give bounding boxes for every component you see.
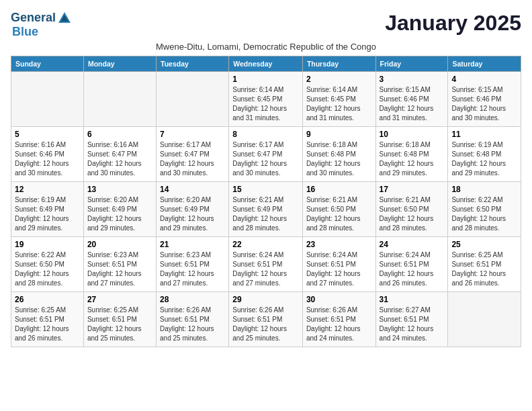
day-number: 27 [87,295,152,304]
day-info: Sunrise: 6:25 AM Sunset: 6:51 PM Dayligh… [451,250,517,288]
day-info: Sunrise: 6:24 AM Sunset: 6:51 PM Dayligh… [306,250,372,288]
calendar-cell [83,71,156,126]
weekday-header-monday: Monday [83,56,156,71]
calendar-cell: 29Sunrise: 6:26 AM Sunset: 6:51 PM Dayli… [229,291,303,347]
day-number: 9 [306,130,372,139]
day-number: 22 [232,240,299,249]
day-info: Sunrise: 6:16 AM Sunset: 6:46 PM Dayligh… [15,140,80,178]
day-number: 15 [232,185,299,194]
day-info: Sunrise: 6:26 AM Sunset: 6:51 PM Dayligh… [160,306,225,343]
page-header: General Blue January 2025 [11,11,521,39]
day-info: Sunrise: 6:21 AM Sunset: 6:50 PM Dayligh… [380,195,445,233]
day-number: 14 [160,185,225,194]
day-info: Sunrise: 6:17 AM Sunset: 6:47 PM Dayligh… [232,140,299,178]
day-info: Sunrise: 6:26 AM Sunset: 6:51 PM Dayligh… [232,306,299,343]
calendar-cell: 4Sunrise: 6:15 AM Sunset: 6:46 PM Daylig… [448,71,521,126]
day-info: Sunrise: 6:27 AM Sunset: 6:51 PM Dayligh… [380,306,445,343]
day-info: Sunrise: 6:20 AM Sunset: 6:49 PM Dayligh… [160,195,225,233]
logo: General Blue [11,11,72,39]
calendar-cell: 5Sunrise: 6:16 AM Sunset: 6:46 PM Daylig… [11,126,84,181]
day-number: 26 [15,295,80,304]
day-number: 6 [87,130,152,139]
calendar-cell: 21Sunrise: 6:23 AM Sunset: 6:51 PM Dayli… [157,236,229,291]
day-number: 29 [232,295,299,304]
calendar-cell: 20Sunrise: 6:23 AM Sunset: 6:51 PM Dayli… [83,236,156,291]
day-info: Sunrise: 6:15 AM Sunset: 6:46 PM Dayligh… [451,85,517,123]
day-number: 28 [160,295,225,304]
day-number: 31 [380,295,445,304]
logo-text: General [11,11,72,26]
day-info: Sunrise: 6:26 AM Sunset: 6:51 PM Dayligh… [306,306,372,343]
calendar-cell: 26Sunrise: 6:25 AM Sunset: 6:51 PM Dayli… [11,291,84,347]
day-info: Sunrise: 6:25 AM Sunset: 6:51 PM Dayligh… [87,306,152,343]
day-info: Sunrise: 6:21 AM Sunset: 6:49 PM Dayligh… [232,195,299,233]
title-block: January 2025 [385,11,521,36]
week-row-4: 19Sunrise: 6:22 AM Sunset: 6:50 PM Dayli… [11,236,521,291]
calendar-cell: 11Sunrise: 6:19 AM Sunset: 6:48 PM Dayli… [448,126,521,181]
day-info: Sunrise: 6:21 AM Sunset: 6:50 PM Dayligh… [306,195,372,233]
day-number: 1 [232,75,299,84]
calendar-cell: 17Sunrise: 6:21 AM Sunset: 6:50 PM Dayli… [375,181,448,236]
week-row-3: 12Sunrise: 6:19 AM Sunset: 6:49 PM Dayli… [11,181,521,236]
calendar-cell: 24Sunrise: 6:24 AM Sunset: 6:51 PM Dayli… [375,236,448,291]
location-subtitle: Mwene-Ditu, Lomami, Democratic Republic … [11,42,521,52]
day-info: Sunrise: 6:18 AM Sunset: 6:48 PM Dayligh… [380,140,445,178]
calendar-cell: 2Sunrise: 6:14 AM Sunset: 6:45 PM Daylig… [302,71,375,126]
day-number: 20 [87,240,152,249]
week-row-2: 5Sunrise: 6:16 AM Sunset: 6:46 PM Daylig… [11,126,521,181]
weekday-header-row: SundayMondayTuesdayWednesdayThursdayFrid… [11,56,521,71]
calendar-cell: 19Sunrise: 6:22 AM Sunset: 6:50 PM Dayli… [11,236,84,291]
day-info: Sunrise: 6:22 AM Sunset: 6:50 PM Dayligh… [15,250,80,288]
calendar-body: 1Sunrise: 6:14 AM Sunset: 6:45 PM Daylig… [11,71,521,347]
day-info: Sunrise: 6:17 AM Sunset: 6:47 PM Dayligh… [160,140,225,178]
day-number: 17 [380,185,445,194]
day-number: 8 [232,130,299,139]
weekday-header-thursday: Thursday [302,56,375,71]
day-info: Sunrise: 6:14 AM Sunset: 6:45 PM Dayligh… [306,85,372,123]
calendar-cell: 25Sunrise: 6:25 AM Sunset: 6:51 PM Dayli… [448,236,521,291]
day-number: 3 [380,75,445,84]
calendar-cell: 12Sunrise: 6:19 AM Sunset: 6:49 PM Dayli… [11,181,84,236]
calendar-cell: 22Sunrise: 6:24 AM Sunset: 6:51 PM Dayli… [229,236,303,291]
day-number: 2 [306,75,372,84]
calendar-cell: 15Sunrise: 6:21 AM Sunset: 6:49 PM Dayli… [229,181,303,236]
calendar-cell: 13Sunrise: 6:20 AM Sunset: 6:49 PM Dayli… [83,181,156,236]
day-number: 30 [306,295,372,304]
calendar-cell: 7Sunrise: 6:17 AM Sunset: 6:47 PM Daylig… [157,126,229,181]
calendar-cell: 23Sunrise: 6:24 AM Sunset: 6:51 PM Dayli… [302,236,375,291]
month-title: January 2025 [385,11,521,36]
calendar-cell: 9Sunrise: 6:18 AM Sunset: 6:48 PM Daylig… [302,126,375,181]
day-info: Sunrise: 6:18 AM Sunset: 6:48 PM Dayligh… [306,140,372,178]
calendar-cell: 30Sunrise: 6:26 AM Sunset: 6:51 PM Dayli… [302,291,375,347]
day-info: Sunrise: 6:14 AM Sunset: 6:45 PM Dayligh… [232,85,299,123]
weekday-header-tuesday: Tuesday [157,56,229,71]
day-info: Sunrise: 6:19 AM Sunset: 6:48 PM Dayligh… [451,140,517,178]
day-number: 18 [451,185,517,194]
day-number: 16 [306,185,372,194]
day-number: 23 [306,240,372,249]
calendar-cell: 31Sunrise: 6:27 AM Sunset: 6:51 PM Dayli… [375,291,448,347]
calendar-cell: 3Sunrise: 6:15 AM Sunset: 6:46 PM Daylig… [375,71,448,126]
day-info: Sunrise: 6:16 AM Sunset: 6:47 PM Dayligh… [87,140,152,178]
day-info: Sunrise: 6:23 AM Sunset: 6:51 PM Dayligh… [87,250,152,288]
day-number: 25 [451,240,517,249]
day-number: 4 [451,75,517,84]
weekday-header-wednesday: Wednesday [229,56,303,71]
calendar-cell [157,71,229,126]
day-number: 19 [15,240,80,249]
day-info: Sunrise: 6:22 AM Sunset: 6:50 PM Dayligh… [451,195,517,233]
day-number: 5 [15,130,80,139]
day-number: 11 [451,130,517,139]
week-row-5: 26Sunrise: 6:25 AM Sunset: 6:51 PM Dayli… [11,291,521,347]
calendar-cell [448,291,521,347]
day-number: 24 [380,240,445,249]
calendar-cell: 10Sunrise: 6:18 AM Sunset: 6:48 PM Dayli… [375,126,448,181]
weekday-header-friday: Friday [375,56,448,71]
day-info: Sunrise: 6:23 AM Sunset: 6:51 PM Dayligh… [160,250,225,288]
day-info: Sunrise: 6:15 AM Sunset: 6:46 PM Dayligh… [380,85,445,123]
calendar-cell: 6Sunrise: 6:16 AM Sunset: 6:47 PM Daylig… [83,126,156,181]
calendar-cell: 18Sunrise: 6:22 AM Sunset: 6:50 PM Dayli… [448,181,521,236]
calendar-cell: 14Sunrise: 6:20 AM Sunset: 6:49 PM Dayli… [157,181,229,236]
day-number: 10 [380,130,445,139]
day-number: 13 [87,185,152,194]
